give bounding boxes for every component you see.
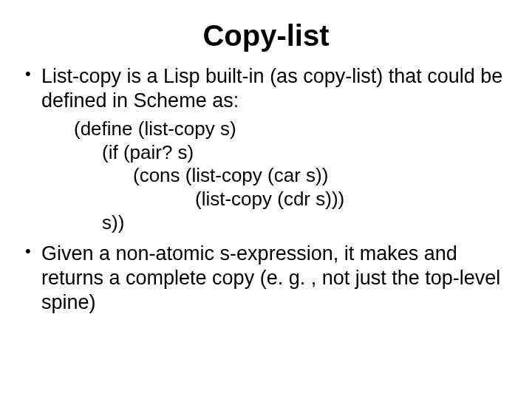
code-line: (cons (list-copy (car s)) bbox=[22, 164, 510, 188]
bullet-item: • Given a non-atomic s-expression, it ma… bbox=[22, 242, 510, 315]
bullet-text: Given a non-atomic s-expression, it make… bbox=[41, 242, 500, 313]
slide-title: Copy-list bbox=[22, 19, 510, 52]
code-line: (define (list-copy s) bbox=[22, 117, 510, 141]
bullet-dot-icon: • bbox=[25, 66, 31, 82]
bullet-item: • List-copy is a Lisp built-in (as copy-… bbox=[22, 64, 510, 113]
code-line: (if (pair? s) bbox=[22, 141, 510, 165]
slide: Copy-list • List-copy is a Lisp built-in… bbox=[0, 0, 532, 399]
code-line: (list-copy (cdr s))) bbox=[22, 188, 510, 211]
code-block: (define (list-copy s) (if (pair? s) (con… bbox=[22, 117, 510, 235]
bullet-text: List-copy is a Lisp built-in (as copy-li… bbox=[41, 65, 502, 112]
code-line: s)) bbox=[22, 211, 510, 235]
bullet-dot-icon: • bbox=[25, 243, 31, 259]
